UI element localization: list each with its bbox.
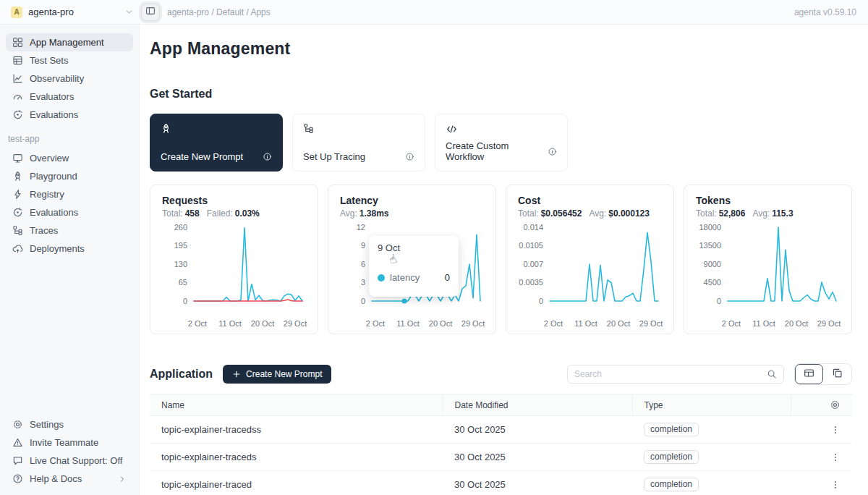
info-icon[interactable] [263,152,272,161]
stat: Avg:115.3 [752,208,793,219]
chart-tokens[interactable]: 04500900013500180002 Oct11 Oct20 Oct29 O… [696,221,840,332]
page-title: App Management [150,39,852,59]
tree-icon [12,225,23,236]
sidebar-item-label: Registry [30,189,64,200]
svg-text:20 Oct: 20 Oct [251,319,274,328]
card-view-button[interactable] [823,364,851,384]
svg-text:13500: 13500 [699,241,721,250]
version-label: agenta v0.59.10 [794,7,856,17]
sidebar-item-label: App Management [30,37,104,48]
svg-text:29 Oct: 29 Oct [639,319,663,328]
get-started-heading: Get Started [150,88,852,101]
svg-text:29 Oct: 29 Oct [817,319,841,328]
sidebar-item-app-management[interactable]: App Management [6,33,133,51]
chevron-down-icon [124,7,134,17]
svg-text:20 Oct: 20 Oct [785,319,808,328]
sidebar-item-label: Invite Teammate [30,437,98,448]
svg-text:2 Oct: 2 Oct [722,319,741,328]
column-settings-gear-icon[interactable] [803,399,841,410]
breadcrumb[interactable]: agenta-pro / Default / Apps [167,7,271,17]
sidebar-item-live-chat-support-off[interactable]: Live Chat Support: Off [6,452,133,470]
svg-text:2 Oct: 2 Oct [188,319,207,328]
sidebar-item-label: Overview [30,153,69,164]
testsets-icon [12,55,23,66]
info-icon[interactable] [548,147,557,156]
rocket-icon [161,123,272,134]
cell-name: topic-explainer-traced [150,471,443,495]
tooltip-value: 0 [445,272,450,283]
sidebar-item-traces[interactable]: Traces [6,221,133,240]
sidebar-item-evaluators[interactable]: Evaluators [6,88,133,106]
application-heading: Application [150,368,213,381]
gauge-icon [12,91,23,102]
svg-text:4500: 4500 [704,278,721,287]
svg-text:20 Oct: 20 Oct [429,319,452,328]
sidebar-item-invite-teammate[interactable]: Invite Teammate [6,433,133,452]
stat-card-cost: CostTotal:$0.056452Avg:$0.00012300.00350… [506,185,674,334]
table-row[interactable]: topic-explainer-traceds30 Oct 2025comple… [150,444,852,471]
stat-cards: RequestsTotal:458Failed:0.03%06513019526… [150,185,852,334]
chart-cost[interactable]: 00.00350.0070.01050.0142 Oct11 Oct20 Oct… [518,221,662,332]
get-started-card-create-new-prompt[interactable]: Create New Prompt [150,114,283,172]
create-new-prompt-button[interactable]: Create New Prompt [223,365,331,384]
svg-text:3: 3 [361,278,365,287]
svg-text:29 Oct: 29 Oct [284,319,307,328]
sidebar-item-label: Playground [30,171,77,182]
sidebar-item-registry[interactable]: Registry [6,185,133,203]
code-icon [446,123,557,135]
svg-text:11 Oct: 11 Oct [396,319,420,328]
cell-date-modified: 30 Oct 2025 [443,444,632,471]
stat: Total:458 [162,208,200,219]
sidebar-item-label: Deployments [30,243,85,254]
cell-date-modified: 30 Oct 2025 [443,471,632,495]
get-started-card-create-custom-workflow[interactable]: Create Custom Workflow [435,114,568,172]
svg-text:130: 130 [174,260,187,268]
search-input[interactable] [574,369,762,379]
bolt-icon [12,189,23,200]
sidebar-item-overview[interactable]: Overview [6,149,133,167]
sidebar-item-help-docs[interactable]: Help & Docs [6,470,133,488]
sidebar-main-nav: App ManagementTest SetsObservabilityEval… [6,33,133,124]
sidebar-item-observability[interactable]: Observability [6,69,133,88]
stat: Avg:1.38ms [340,208,389,219]
workspace-selector[interactable]: A agenta-pro [11,7,134,18]
table-row[interactable]: topic-explainer-traced30 Oct 2025complet… [150,471,852,495]
card-label: Create Custom Workflow [446,140,548,162]
sidebar-item-label: Observability [30,73,84,84]
card-label: Set Up Tracing [303,151,365,162]
get-started-card-set-up-tracing[interactable]: Set Up Tracing [292,114,425,172]
sidebar-item-evaluations[interactable]: Evaluations [6,203,133,221]
sidebar-item-label: Test Sets [30,55,68,66]
stat: Failed:0.03% [207,208,260,219]
search-icon[interactable] [767,369,777,379]
row-menu-kebab-icon[interactable] [802,480,841,490]
info-icon[interactable] [405,152,414,161]
cell-name: topic-explainer-tracedss [150,416,443,444]
table-row[interactable]: topic-explainer-tracedss30 Oct 2025compl… [150,416,852,444]
sidebar-item-test-sets[interactable]: Test Sets [6,51,133,69]
svg-text:11 Oct: 11 Oct [752,319,775,328]
column-header-type: Type [632,394,791,416]
app-root: A agenta-pro agenta-pro / Default / Apps… [0,0,868,495]
chart-title: Requests [162,195,306,206]
chevron-right-icon [118,475,127,483]
sidebar-toggle-button[interactable] [141,4,160,21]
sidebar-item-playground[interactable]: Playground [6,167,133,185]
stat-card-latency: LatencyAvg:1.38ms0369122 Oct11 Oct20 Oct… [328,185,496,334]
evals-icon [12,207,23,218]
topbar: A agenta-pro agenta-pro / Default / Apps… [0,0,868,25]
chart-requests[interactable]: 0651301952602 Oct11 Oct20 Oct29 Oct [162,221,306,332]
sidebar-item-evaluations[interactable]: Evaluations [6,106,133,124]
table-header-row: Name Date Modified Type [150,394,852,416]
svg-text:260: 260 [174,223,187,232]
column-header-name: Name [150,394,443,416]
table-view-button[interactable] [795,364,823,384]
svg-text:65: 65 [179,278,187,287]
tooltip-series-name: latency [390,272,420,283]
sidebar-item-settings[interactable]: Settings [6,415,133,433]
grid-icon [12,37,23,48]
row-menu-kebab-icon[interactable] [802,452,841,462]
row-menu-kebab-icon[interactable] [802,425,841,435]
sidebar-item-deployments[interactable]: Deployments [6,240,133,258]
tooltip-date: 9 Oct [378,242,450,253]
